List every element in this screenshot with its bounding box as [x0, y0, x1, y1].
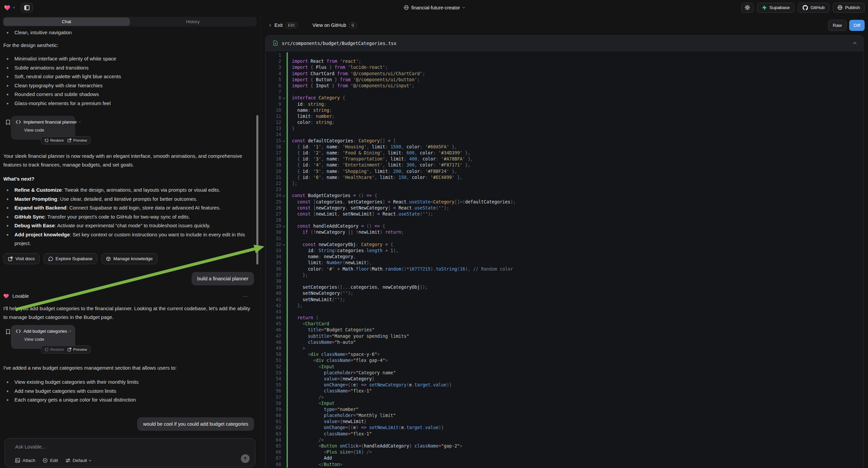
user-message-2: would be cool if you could add budget ca… — [137, 417, 254, 431]
line-number: 8 — [266, 95, 281, 101]
line-number: 6 — [266, 83, 281, 89]
mode-selector[interactable]: Default — [65, 458, 91, 463]
fold-spacer — [281, 260, 286, 266]
code-line: 56 className="flex-1" — [266, 388, 863, 394]
fold-spacer — [281, 205, 286, 211]
exit-button[interactable]: Exit ESC — [270, 23, 298, 28]
preview-button[interactable]: Preview — [67, 348, 87, 351]
fold-chevron-icon[interactable] — [281, 223, 286, 229]
line-number: 67 — [266, 455, 281, 461]
fold-chevron-icon[interactable] — [281, 95, 286, 101]
attach-button[interactable]: Attach — [15, 458, 35, 463]
line-number: 1 — [266, 52, 281, 58]
manage-knowledge-button[interactable]: Manage knowledge — [101, 253, 157, 264]
code-text: value={newLimit} — [286, 419, 366, 425]
fold-spacer — [281, 162, 286, 168]
send-button[interactable] — [241, 454, 250, 463]
fold-spacer — [281, 462, 286, 468]
preview-button[interactable]: Preview — [67, 138, 87, 142]
publish-button[interactable]: Publish — [833, 3, 865, 13]
code-brackets-icon — [16, 329, 21, 333]
assistant-header: Lovable ⋯ — [3, 293, 258, 299]
list-item: Soft, neutral color palette with light b… — [0, 72, 255, 81]
chat-scrollbar[interactable] — [256, 115, 258, 265]
fold-spacer — [281, 370, 286, 376]
fold-spacer — [281, 125, 286, 131]
fold-spacer — [281, 340, 286, 346]
collapse-chevron-up-icon[interactable] — [853, 42, 857, 46]
github-button[interactable]: GitHub — [798, 3, 829, 13]
bullet-dot — [7, 216, 8, 218]
code-line: 28 — [266, 217, 863, 223]
line-number: 3 — [266, 64, 281, 70]
code-text: type="number" — [286, 407, 359, 413]
supabase-button[interactable]: Supabase — [757, 3, 795, 13]
code-text: limit: Number(newLimit), — [286, 260, 372, 266]
file-header[interactable]: src/components/budget/BudgetCategories.t… — [266, 36, 863, 51]
bullet-dot — [7, 207, 8, 209]
design-heading: For the design aesthetic: — [3, 41, 58, 50]
list-item-text: Rounded corners and subtle shadows — [14, 90, 99, 99]
fold-spacer — [281, 388, 286, 394]
fold-chevron-icon[interactable] — [281, 242, 286, 248]
list-item-text: Add project knowledge: Set key context o… — [14, 230, 253, 248]
ready-paragraph: Your sleek financial planner is now read… — [3, 152, 252, 169]
raw-toggle-button[interactable]: Raw — [828, 20, 846, 31]
fold-spacer — [281, 333, 286, 340]
bookmark-icon[interactable] — [6, 119, 10, 125]
fold-chevron-icon[interactable] — [281, 193, 286, 199]
code-line: 51 <div className="flex gap-4"> — [266, 357, 863, 363]
fold-spacer — [281, 71, 286, 77]
code-line: 20 { id: '5', name: 'Shopping', limit: 2… — [266, 169, 863, 175]
line-number: 13 — [266, 125, 281, 131]
bullet-dot — [7, 85, 8, 87]
line-number: 55 — [266, 382, 281, 388]
bookmark-icon[interactable] — [6, 329, 10, 335]
view-on-github-button[interactable]: View on GitHub G — [312, 23, 356, 28]
visit-docs-button[interactable]: Visit docs — [3, 253, 39, 264]
edit-button[interactable]: Edit — [42, 458, 58, 463]
code-line: 63 className="flex-1" — [266, 431, 863, 437]
fold-chevron-icon[interactable] — [281, 138, 286, 144]
fold-spacer — [281, 119, 286, 125]
code-text: return ( — [286, 315, 318, 321]
tab-history[interactable]: History — [130, 18, 256, 26]
file-added-icon — [273, 40, 278, 46]
restore-button[interactable]: Restore — [44, 138, 64, 142]
code-line: 38 — [266, 278, 863, 284]
line-number: 4 — [266, 71, 281, 77]
line-number: 31 — [266, 236, 281, 242]
code-text: <div className="flex gap-4"> — [286, 357, 388, 363]
external-link-icon — [67, 138, 71, 142]
view-code-link[interactable]: View code — [24, 127, 70, 133]
chat-panel: Chat History Clean, intuitive navigation… — [0, 0, 261, 468]
fold-spacer — [281, 199, 286, 205]
code-line: 36 color: '#' + Math.floor(Math.random()… — [266, 266, 863, 272]
restore-button[interactable]: Restore — [44, 348, 64, 351]
code-line: 34 name: newCategory, — [266, 254, 863, 260]
code-text: value={newCategory} — [286, 376, 374, 382]
view-code-link[interactable]: View code — [24, 337, 70, 342]
project-switcher[interactable]: financial-future-creator — [404, 0, 464, 15]
fold-spacer — [281, 376, 286, 382]
fold-spacer — [281, 254, 286, 260]
code-line: 12 color: string; — [266, 119, 863, 125]
bullet-dot — [7, 76, 8, 78]
globe-icon — [404, 5, 409, 10]
line-number: 7 — [266, 89, 281, 95]
line-number: 47 — [266, 333, 281, 340]
fold-spacer — [281, 150, 286, 156]
message-more-button[interactable]: ⋯ — [243, 293, 248, 299]
project-name: financial-future-creator — [411, 5, 460, 10]
settings-button[interactable] — [741, 3, 753, 13]
diff-toggle-button[interactable]: Diff — [849, 20, 865, 31]
explore-supabase-button[interactable]: Explore Supabase — [43, 253, 97, 264]
code-text: { id: '2', name: 'Food & Dining', limit:… — [286, 150, 470, 156]
line-number: 59 — [266, 407, 281, 413]
code-text: /> — [286, 437, 324, 443]
prompt-input-box[interactable]: Ask Lovable... Attach Edit Default — [5, 438, 255, 467]
code-line: 41 setNewLimit(''); — [266, 297, 863, 303]
line-number: 54 — [266, 376, 281, 382]
fold-spacer — [281, 131, 286, 138]
tab-chat[interactable]: Chat — [3, 18, 130, 26]
